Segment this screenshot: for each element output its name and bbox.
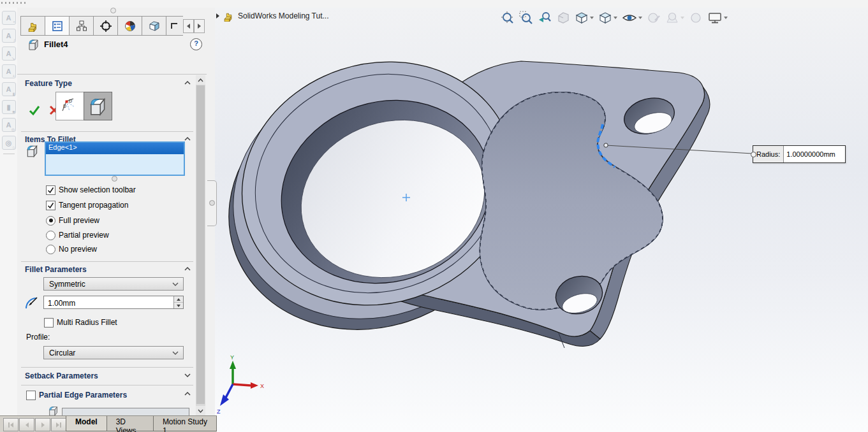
section-divider bbox=[21, 367, 193, 368]
apply-scene-icon bbox=[665, 11, 684, 25]
chevron-down-icon bbox=[172, 282, 179, 286]
checkbox-checked-icon bbox=[46, 201, 55, 210]
full-preview-radio[interactable]: Full preview bbox=[46, 215, 99, 226]
toolbar-grip-handle[interactable] bbox=[1, 2, 28, 4]
dimxpert-icon[interactable] bbox=[93, 16, 117, 36]
scrollbar-thumb[interactable] bbox=[196, 85, 205, 404]
bottom-tab-bar: Model 3D Views Motion Study 1 bbox=[0, 415, 217, 432]
spinner-down-icon[interactable] bbox=[174, 303, 183, 308]
feature-type-header[interactable]: Feature Type bbox=[25, 79, 72, 88]
collapse-chevron-icon[interactable] bbox=[184, 267, 191, 271]
manual-fillet-button[interactable] bbox=[84, 92, 112, 120]
hide-show-items-icon[interactable] bbox=[622, 11, 642, 25]
fillet-feature-icon bbox=[27, 38, 40, 51]
ok-button[interactable] bbox=[29, 104, 40, 116]
selected-edge-item[interactable]: Edge<1> bbox=[46, 143, 184, 154]
study-tabs: Model 3D Views Motion Study 1 bbox=[66, 416, 217, 432]
partial-edge-checkbox[interactable]: Partial Edge Parameters bbox=[26, 390, 127, 400]
prev-frame-icon[interactable] bbox=[19, 418, 34, 431]
part-name-label[interactable]: SolidWorks Modeling Tut... bbox=[238, 11, 329, 20]
a-cell-icon: A▮ bbox=[2, 82, 16, 96]
checkbox-icon bbox=[26, 391, 36, 400]
edge-selection-icon bbox=[26, 144, 40, 158]
radio-icon bbox=[46, 245, 55, 254]
panel-scrollbar[interactable] bbox=[196, 75, 205, 415]
property-manager-icon[interactable] bbox=[45, 16, 69, 36]
view-orientation-icon[interactable] bbox=[575, 11, 594, 25]
section-divider bbox=[21, 131, 193, 132]
triad-y-label: Y bbox=[230, 354, 234, 361]
selection-listbox[interactable]: Edge<1> bbox=[45, 141, 185, 176]
collapse-chevron-icon[interactable] bbox=[184, 81, 191, 85]
collapse-chevron-icon[interactable] bbox=[184, 392, 191, 396]
scroll-down-icon[interactable] bbox=[196, 406, 205, 415]
zoom-to-area-icon[interactable] bbox=[519, 11, 533, 25]
spinner-up-icon[interactable] bbox=[174, 296, 183, 303]
radio-selected-icon bbox=[46, 216, 55, 226]
filletxpert-button[interactable]: DD bbox=[55, 92, 84, 120]
symmetry-value: Symmetric bbox=[49, 280, 172, 289]
display-style-icon[interactable] bbox=[598, 11, 617, 25]
tab-scroll-right-icon[interactable] bbox=[194, 19, 205, 33]
callout-anchor-icon bbox=[751, 152, 756, 157]
study-nav-buttons bbox=[3, 418, 67, 431]
radius-field[interactable] bbox=[43, 296, 184, 309]
model-canvas[interactable]: Y X Z bbox=[215, 8, 868, 432]
radius-spinner bbox=[173, 296, 183, 308]
a-star-icon: A* bbox=[2, 11, 16, 25]
display-manager-icon[interactable] bbox=[117, 16, 142, 36]
pm-header: Fillet4 ? bbox=[17, 37, 207, 54]
show-selection-toolbar-checkbox[interactable]: Show selection toolbar bbox=[46, 185, 136, 195]
solidworks-window: A* A/ A↘ A+ A▮ ▮■ A⊝ ◎○ bbox=[0, 0, 868, 432]
camera-icon[interactable] bbox=[707, 11, 728, 25]
edit-appearance-icon bbox=[647, 11, 661, 25]
graphics-viewport[interactable]: SolidWorks Modeling Tut... bbox=[215, 8, 868, 432]
a-pencil-icon: A/ bbox=[2, 29, 16, 43]
listbox-resize-handle[interactable] bbox=[112, 176, 117, 182]
tab-motion-study-1[interactable]: Motion Study 1 bbox=[153, 416, 217, 431]
splitter-handle[interactable] bbox=[207, 180, 217, 226]
gears-icon: ◎○ bbox=[2, 136, 16, 150]
partial-edge-header[interactable]: Partial Edge Parameters bbox=[39, 391, 127, 400]
pm-confirm-row bbox=[17, 55, 207, 75]
radio-label: Partial preview bbox=[59, 231, 109, 240]
checkbox-label: Show selection toolbar bbox=[59, 185, 136, 194]
checkbox-label: Multi Radius Fillet bbox=[57, 318, 117, 327]
callout-radius-input[interactable] bbox=[784, 146, 845, 162]
symmetry-dropdown[interactable]: Symmetric bbox=[43, 277, 184, 291]
radius-callout[interactable]: Radius: bbox=[753, 145, 846, 163]
tab-overflow-icon[interactable] bbox=[166, 16, 183, 36]
profile-dropdown[interactable]: Circular bbox=[43, 346, 184, 359]
section-divider bbox=[21, 261, 193, 262]
tab-model[interactable]: Model bbox=[66, 416, 107, 431]
feature-tree-icon[interactable] bbox=[20, 16, 45, 36]
tab-3d-views[interactable]: 3D Views bbox=[107, 416, 153, 431]
no-preview-radio[interactable]: No preview bbox=[46, 244, 97, 254]
flyout-expand-icon[interactable] bbox=[216, 13, 219, 18]
radius-input[interactable] bbox=[44, 296, 177, 310]
multi-radius-checkbox[interactable]: Multi Radius Fillet bbox=[44, 317, 117, 328]
fillet-parameters-header[interactable]: Fillet Parameters bbox=[25, 265, 87, 274]
scroll-up-icon[interactable] bbox=[196, 75, 205, 85]
coordinate-triad: Y X Z bbox=[217, 354, 264, 415]
panel-collapse-dot[interactable] bbox=[110, 8, 116, 13]
configuration-icon[interactable] bbox=[69, 16, 93, 36]
callout-label: Radius: bbox=[753, 146, 784, 162]
tangent-propagation-checkbox[interactable]: Tangent propagation bbox=[46, 200, 128, 210]
checkbox-checked-icon bbox=[46, 185, 55, 195]
first-frame-icon[interactable] bbox=[3, 418, 18, 431]
next-frame-icon[interactable] bbox=[35, 418, 50, 431]
zoom-to-fit-icon[interactable] bbox=[501, 11, 515, 25]
previous-view-icon[interactable] bbox=[538, 11, 552, 25]
tab-scroll-left-icon[interactable] bbox=[183, 19, 194, 33]
section-divider bbox=[21, 385, 193, 385]
cam-tab-icon[interactable] bbox=[142, 16, 166, 36]
rail-divider bbox=[3, 154, 15, 154]
expand-chevron-icon[interactable] bbox=[184, 373, 191, 377]
setback-parameters-header[interactable]: Setback Parameters bbox=[25, 371, 98, 380]
help-icon[interactable]: ? bbox=[190, 38, 202, 50]
annotation-toolbar: A* A/ A↘ A+ A▮ ▮■ A⊝ ◎○ bbox=[0, 8, 18, 415]
collapse-chevron-icon[interactable] bbox=[184, 137, 191, 141]
last-frame-icon[interactable] bbox=[51, 418, 66, 431]
partial-preview-radio[interactable]: Partial preview bbox=[46, 230, 109, 240]
